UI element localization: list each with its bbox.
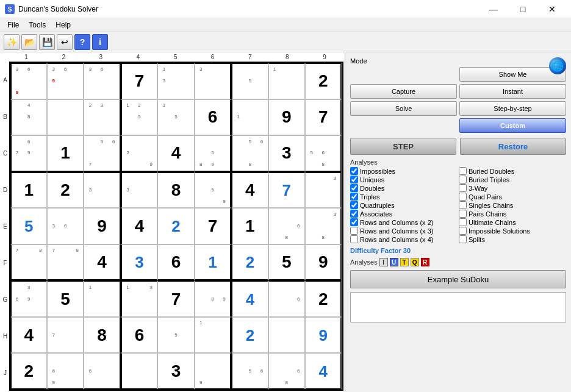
cell-1-3[interactable]: 125 <box>121 99 157 136</box>
check-splits[interactable]: Splits <box>459 235 566 243</box>
custom-button[interactable]: Custom <box>459 118 566 133</box>
cell-6-2[interactable]: 1 <box>84 280 120 317</box>
maximize-button[interactable]: □ <box>509 0 537 18</box>
cell-3-2[interactable]: 3 <box>84 172 120 208</box>
check-doubles[interactable]: Doubles <box>350 184 458 192</box>
cell-7-7[interactable] <box>268 317 305 354</box>
check-3way[interactable]: 3-Way <box>459 184 566 192</box>
cell-4-1[interactable]: 36 <box>47 208 84 244</box>
cell-3-8[interactable]: 3 <box>305 172 342 208</box>
cell-6-0[interactable]: 369 <box>10 280 47 317</box>
cell-4-3[interactable]: 4 <box>121 208 157 244</box>
step-button[interactable]: STEP <box>350 138 456 155</box>
help-button[interactable]: ? <box>74 34 90 50</box>
check-impossible-solutions[interactable]: Impossible Solutions <box>459 227 566 235</box>
text-area[interactable] <box>350 292 566 323</box>
minimize-button[interactable]: — <box>479 0 508 18</box>
capture-button[interactable]: Capture <box>350 84 457 99</box>
cell-6-4[interactable]: 7 <box>157 280 194 317</box>
cell-5-4[interactable]: 6 <box>157 244 194 281</box>
check-uniques[interactable]: Uniques <box>350 176 458 184</box>
cell-4-6[interactable]: 1 <box>231 208 268 244</box>
cell-7-3[interactable]: 6 <box>121 317 157 354</box>
cell-5-1[interactable]: 78 <box>47 244 84 281</box>
cell-6-7[interactable]: 6 <box>268 280 305 317</box>
cell-6-5[interactable]: 89 <box>195 280 231 317</box>
cell-3-4[interactable]: 8 <box>157 172 194 208</box>
open-button[interactable]: 📂 <box>21 34 37 50</box>
menu-help[interactable]: Help <box>51 20 76 30</box>
cell-0-1[interactable]: 369 <box>47 63 84 99</box>
cell-5-3[interactable]: 3 <box>121 244 157 281</box>
menu-file[interactable]: File <box>2 20 24 30</box>
cell-6-8[interactable]: 2 <box>305 280 342 317</box>
cell-4-5[interactable]: 7 <box>195 208 231 244</box>
cell-4-4[interactable]: 2 <box>157 208 194 244</box>
info-button[interactable]: i <box>92 34 108 50</box>
cell-5-8[interactable]: 9 <box>305 244 342 281</box>
cell-0-2[interactable]: 36 <box>84 63 120 99</box>
cell-0-7[interactable]: 1 <box>268 63 305 99</box>
cell-8-2[interactable]: 6 <box>84 353 120 390</box>
check-buried-doubles[interactable]: Buried Doubles <box>459 167 566 175</box>
save-button[interactable]: 💾 <box>39 34 55 50</box>
restore-button[interactable]: Restore <box>460 138 566 155</box>
example-sudoku-button[interactable]: Example SuDoku <box>350 270 566 288</box>
cell-1-5[interactable]: 6 <box>195 99 231 136</box>
cell-7-4[interactable]: 5 <box>157 317 194 354</box>
cell-5-6[interactable]: 2 <box>231 244 268 281</box>
cell-2-8[interactable]: 568 <box>305 135 342 172</box>
cell-1-7[interactable]: 9 <box>268 99 305 136</box>
cell-1-6[interactable]: 1 <box>231 99 268 136</box>
cell-7-6[interactable]: 2 <box>231 317 268 354</box>
cell-0-0[interactable]: 369 <box>10 63 47 99</box>
cell-7-1[interactable]: 7 <box>47 317 84 354</box>
solve-button[interactable]: Solve <box>350 101 457 116</box>
cell-7-8[interactable]: 9 <box>305 317 342 354</box>
cell-0-5[interactable]: 3 <box>195 63 231 99</box>
cell-3-6[interactable]: 4 <box>231 172 268 208</box>
cell-4-7[interactable]: 68 <box>268 208 305 244</box>
step-by-step-button[interactable]: Step-by-step <box>459 101 566 116</box>
cell-7-5[interactable]: 1 <box>195 317 231 354</box>
cell-6-3[interactable]: 13 <box>121 280 157 317</box>
globe-icon[interactable]: 🌐 <box>549 57 566 74</box>
cell-2-3[interactable]: 29 <box>121 135 157 172</box>
cell-0-4[interactable]: 13 <box>157 63 194 99</box>
check-buried-triples[interactable]: Buried Triples <box>459 176 566 184</box>
cell-8-8[interactable]: 4 <box>305 353 342 390</box>
cell-2-0[interactable]: 679 <box>10 135 47 172</box>
cell-2-1[interactable]: 1 <box>47 135 84 172</box>
cell-3-7[interactable]: 7 <box>268 172 305 208</box>
cell-0-3[interactable]: 7 <box>121 63 157 99</box>
check-associates[interactable]: Associates <box>350 210 458 218</box>
check-quad-pairs[interactable]: Quad Pairs <box>459 193 566 201</box>
cell-8-7[interactable]: 68 <box>268 353 305 390</box>
cell-7-2[interactable]: 8 <box>84 317 120 354</box>
cell-8-3[interactable] <box>121 353 157 390</box>
cell-4-8[interactable]: 38 <box>305 208 342 244</box>
menu-tools[interactable]: Tools <box>24 20 51 30</box>
new-button[interactable]: ✨ <box>4 34 20 50</box>
cell-3-1[interactable]: 2 <box>47 172 84 208</box>
close-button[interactable]: ✕ <box>538 0 566 18</box>
cell-3-0[interactable]: 1 <box>10 172 47 208</box>
undo-button[interactable]: ↩ <box>57 34 73 50</box>
cell-1-1[interactable] <box>47 99 84 136</box>
check-triples[interactable]: Triples <box>350 193 458 201</box>
cell-7-0[interactable]: 4 <box>10 317 47 354</box>
check-pairs-chains[interactable]: Pairs Chains <box>459 210 566 218</box>
check-singles-chains[interactable]: Singles Chains <box>459 201 566 209</box>
cell-1-2[interactable]: 23 <box>84 99 120 136</box>
cell-4-2[interactable]: 9 <box>84 208 120 244</box>
cell-2-7[interactable]: 3 <box>268 135 305 172</box>
cell-6-6[interactable]: 4 <box>231 280 268 317</box>
cell-5-7[interactable]: 5 <box>268 244 305 281</box>
cell-4-0[interactable]: 5 <box>10 208 47 244</box>
cell-8-6[interactable]: 56 <box>231 353 268 390</box>
cell-2-4[interactable]: 4 <box>157 135 194 172</box>
cell-8-1[interactable]: 69 <box>47 353 84 390</box>
cell-3-3[interactable]: 3 <box>121 172 157 208</box>
cell-2-5[interactable]: 589 <box>195 135 231 172</box>
cell-0-6[interactable]: 5 <box>231 63 268 99</box>
